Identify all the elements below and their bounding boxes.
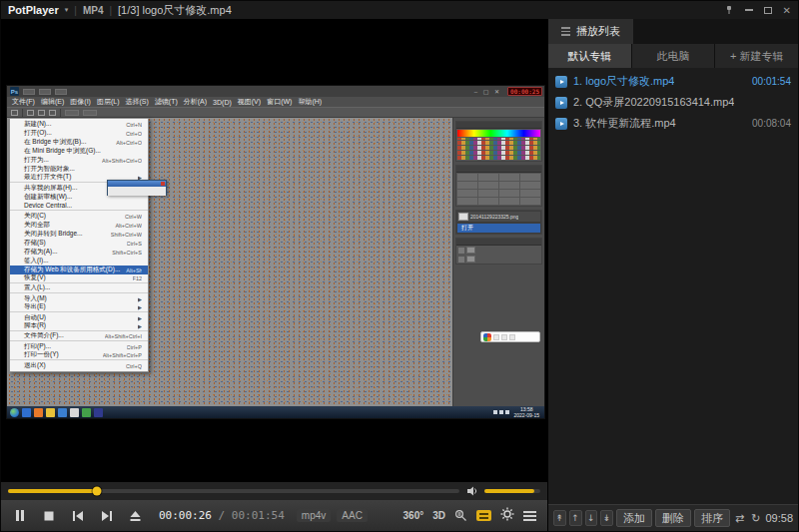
ps-file-menu-item[interactable]: 打开为...Alt+Shift+Ctrl+O: [10, 156, 148, 165]
ps-file-menu-item[interactable]: 恢复(V)F12: [10, 274, 148, 283]
sogou-logo-icon: [483, 333, 491, 341]
previous-button[interactable]: [63, 503, 92, 528]
maximize-button[interactable]: [764, 7, 772, 14]
minibridge-file-row[interactable]: 20141129223325.png: [457, 212, 540, 222]
ime-punct-icon[interactable]: [501, 334, 507, 340]
pin-on-top-icon[interactable]: [724, 1, 734, 19]
ps-file-menu-item[interactable]: 自动(U)▶: [10, 313, 148, 322]
shuffle-icon[interactable]: ⇄: [733, 510, 746, 526]
layer-thumbnail: [466, 256, 475, 263]
playlist-panel: 播放列表 默认专辑此电脑+ 新建专辑 1. logo尺寸修改.mp4 00:01…: [548, 19, 798, 531]
ps-file-menu-item[interactable]: 存储(S)Ctrl+S: [10, 239, 148, 248]
move-up-button[interactable]: ↑: [569, 510, 582, 526]
album-tab[interactable]: 此电脑: [632, 44, 715, 68]
album-tab[interactable]: + 新建专辑: [715, 44, 798, 68]
subtitle-search-icon[interactable]: [454, 507, 467, 525]
video-codec-badge: mp4v: [297, 509, 331, 522]
layer-visibility-icon[interactable]: [458, 248, 464, 254]
ps-file-menu-item[interactable]: 关闭全部Alt+Ctrl+W: [10, 221, 148, 230]
ps-file-menu-item[interactable]: 关闭(C)Ctrl+W: [10, 212, 148, 221]
move-to-top-button[interactable]: ↟: [553, 510, 566, 526]
ps-menu-item[interactable]: 窗口(W): [267, 97, 292, 107]
ps-file-menu-item[interactable]: 关闭并转到 Bridge...Shift+Ctrl+W: [10, 230, 148, 239]
playlist-item[interactable]: 1. logo尺寸修改.mp4 00:01:54: [548, 71, 798, 92]
ps-minibridge-panel: 20141129223325.png 打开: [455, 210, 542, 235]
pause-button[interactable]: [5, 503, 34, 528]
menu-hamburger-icon[interactable]: [523, 511, 536, 521]
ps-file-menu-item[interactable]: 导出(E)▶: [10, 303, 148, 312]
album-tab[interactable]: 默认专辑: [548, 44, 631, 68]
ps-file-menu-item[interactable]: 导入(M)▶: [10, 294, 148, 303]
taskbar-app-icon: [46, 408, 55, 417]
ps-menu-item[interactable]: 图层(L): [97, 97, 120, 107]
open-button[interactable]: 打开: [457, 224, 540, 233]
ps-menu-item[interactable]: 帮助(H): [298, 97, 322, 107]
seek-handle[interactable]: [93, 487, 102, 496]
titlebar-divider: |: [109, 5, 112, 16]
taskbar-clock: 13:58 2022-09-15: [511, 406, 541, 418]
ps-file-menu-item[interactable]: 在 Bridge 中浏览(B)...Alt+Ctrl+O: [10, 138, 148, 147]
ps-file-menu-item[interactable]: 打开(O)...Ctrl+O: [10, 129, 148, 138]
delete-button[interactable]: 删除: [655, 509, 691, 527]
volume-icon[interactable]: [467, 482, 479, 500]
minimize-button[interactable]: [745, 9, 753, 11]
ps-menu-item[interactable]: 3D(D): [213, 99, 232, 106]
layer-visibility-icon[interactable]: [458, 257, 464, 263]
subtitle-toggle-icon[interactable]: [476, 510, 491, 521]
repeat-icon[interactable]: ↻: [749, 510, 762, 526]
move-down-button[interactable]: ↓: [585, 510, 598, 526]
ps-menu-item[interactable]: 滤镜(T): [155, 97, 178, 107]
swatches-grid: [457, 138, 540, 160]
ps-file-menu-item[interactable]: 打开为智能对象...: [10, 165, 148, 174]
photoshop-logo-icon: Ps: [10, 87, 19, 96]
ps-file-menu-item[interactable]: 存储为(A)...Shift+Ctrl+S: [10, 248, 148, 257]
ps-menu-item[interactable]: 视图(V): [238, 97, 261, 107]
audio-codec-badge: AAC: [337, 509, 368, 522]
playlist-item[interactable]: 2. QQ录屏20220915163414.mp4: [548, 92, 798, 113]
ime-mode-icon[interactable]: [493, 334, 499, 340]
ps-file-menu-item[interactable]: 退出(X)Ctrl+Q: [10, 361, 148, 370]
dialog-body: [108, 187, 166, 196]
dialog-close-icon[interactable]: [161, 182, 165, 186]
playlist-tab[interactable]: 播放列表: [548, 19, 633, 44]
vr-360-button[interactable]: 360°: [403, 510, 424, 521]
ps-file-menu-item[interactable]: 新建(N)...Ctrl+N: [10, 120, 148, 129]
ps-menu-item[interactable]: 选择(S): [125, 97, 148, 107]
playlist-icon: [561, 27, 570, 36]
seek-bar[interactable]: [8, 489, 459, 493]
playlist-item[interactable]: 3. 软件更新流程.mp4 00:08:04: [548, 113, 798, 134]
stop-button[interactable]: [34, 503, 63, 528]
move-to-bottom-button[interactable]: ↡: [600, 510, 613, 526]
windows-taskbar: 13:58 2022-09-15: [7, 406, 544, 418]
next-button[interactable]: [92, 503, 121, 528]
ps-menu-item[interactable]: 分析(A): [184, 97, 207, 107]
3d-mode-button[interactable]: 3D: [432, 510, 445, 521]
ps-file-menu-item[interactable]: 脚本(R)▶: [10, 322, 148, 331]
sort-button[interactable]: 排序: [694, 509, 730, 527]
media-file-icon: [555, 97, 567, 109]
add-button[interactable]: 添加: [616, 509, 652, 527]
ps-menu-item[interactable]: 图像(I): [70, 97, 91, 107]
ime-settings-icon[interactable]: [509, 334, 515, 340]
ps-file-menu-item[interactable]: 签入(I)...: [10, 257, 148, 266]
layer-row[interactable]: [456, 246, 541, 255]
ps-file-menu-item[interactable]: 存储为 Web 和设备所用格式(D)...Alt+Shift+Ctrl+S: [10, 266, 148, 274]
app-menu-caret-icon[interactable]: ▾: [65, 6, 69, 14]
ps-file-menu-item[interactable]: 在 Mini Bridge 中浏览(G)...: [10, 147, 148, 156]
layer-row[interactable]: [456, 255, 541, 264]
ps-file-menu-item[interactable]: 置入(L)...: [10, 284, 148, 293]
ps-file-menu-item[interactable]: 打印(P)...Ctrl+P: [10, 342, 148, 351]
open-eject-button[interactable]: [121, 503, 150, 528]
volume-slider[interactable]: [484, 489, 540, 493]
ps-application-bar: Ps – ▢ ✕: [7, 86, 544, 97]
ps-menu-item[interactable]: 编辑(E): [41, 97, 64, 107]
close-button[interactable]: ✕: [783, 5, 791, 16]
app-logo[interactable]: PotPlayer: [8, 4, 59, 16]
video-display-area[interactable]: 00:00:25 Ps – ▢ ✕ 文件(F)编辑(E)图像(I)图层(L)选择…: [1, 19, 547, 482]
ps-file-menu-item[interactable]: 文件简介(F)...Alt+Shift+Ctrl+I: [10, 332, 148, 341]
file-thumbnail: [458, 213, 468, 221]
ps-file-menu-item[interactable]: Device Central...: [10, 202, 148, 211]
settings-gear-icon[interactable]: [500, 507, 514, 525]
ps-file-menu-item[interactable]: 打印一份(Y)Alt+Shift+Ctrl+P: [10, 351, 148, 360]
ps-menu-item[interactable]: 文件(F): [12, 97, 35, 107]
